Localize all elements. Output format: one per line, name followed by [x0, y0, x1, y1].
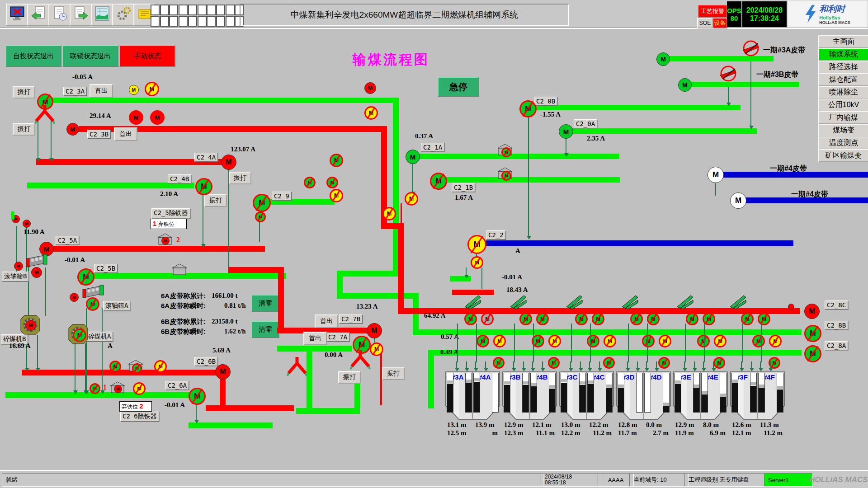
gate-row1-4[interactable]: M [575, 313, 588, 325]
gate-row3-4[interactable]: M [713, 357, 725, 369]
device-label-C2_0A[interactable]: C2_0A [574, 119, 597, 128]
gate-row2-5[interactable]: M [604, 335, 616, 347]
sidebar-item-coal-conveying[interactable]: 输煤系统 [818, 48, 868, 61]
emergency-stop-button[interactable]: 急停 [438, 77, 479, 97]
sidebar-item-bunker-config[interactable]: 煤仓配置 [818, 73, 868, 86]
motor-C2_7B[interactable]: M [367, 323, 382, 338]
device-label-C2_1B[interactable]: C2_1B [452, 183, 475, 192]
gate-row2-1[interactable]: M [493, 335, 506, 347]
motor-C2_6B[interactable]: M [215, 364, 231, 380]
motor-C2_8A[interactable]: M [804, 345, 821, 362]
device-label-C2_2[interactable]: C2_2 [486, 230, 506, 239]
plow-diverter-icon-5[interactable] [729, 294, 747, 311]
motor-C2_2[interactable]: M [467, 235, 486, 254]
motor-crusher-a[interactable]: M [73, 328, 86, 342]
alarm-indicator-box[interactable] [207, 16, 216, 27]
sidebar-item-temperature-points[interactable]: 温度测点 [818, 136, 868, 150]
alarm-indicator-box[interactable] [198, 16, 207, 27]
valve-C2_2[interactable]: M [471, 256, 483, 269]
alarm-indicator-box[interactable] [151, 16, 160, 27]
scale-6b-clear-button[interactable]: 清零 [251, 321, 279, 338]
motor-phase1-3A[interactable]: M [656, 52, 670, 66]
motor-C2_0A[interactable]: M [559, 124, 573, 139]
alarm-indicator-box[interactable] [179, 5, 188, 15]
gate-row1-6[interactable]: M [630, 313, 643, 325]
gate-row3-2[interactable]: M [603, 357, 615, 369]
motor-roller-a-aux1[interactable]: M [70, 293, 79, 302]
motor-C2_1B[interactable]: M [430, 173, 447, 190]
gate-row1-8[interactable]: M [686, 313, 698, 325]
motor-C2_0B[interactable]: M [519, 100, 537, 117]
motor-phase1-4B[interactable]: M [730, 192, 746, 209]
toolbar-button-map[interactable] [91, 4, 113, 26]
sidebar-item-common-10kv[interactable]: 公用10kV [818, 99, 868, 112]
device-label-C2_8C[interactable]: C2_8C [825, 300, 848, 310]
gate-C2_6B-2[interactable]: M [154, 360, 167, 373]
alarm-indicator-box[interactable] [216, 16, 225, 27]
roller-screen-a-icon[interactable] [81, 285, 105, 301]
sidebar-item-coalyard-transformer[interactable]: 煤场变 [818, 124, 868, 137]
mode-button-0[interactable]: 自投状态退出 [5, 45, 61, 67]
gate-C2_6A-1[interactable]: M [90, 383, 100, 394]
device-label-roller_a[interactable]: 滚轴筛A [103, 301, 130, 311]
gate-row1-1[interactable]: M [481, 313, 494, 325]
motor-C2_9[interactable]: M [253, 194, 271, 212]
status-server[interactable]: Server1 [764, 473, 813, 487]
device-label-C2_3B[interactable]: C2_3B [87, 130, 111, 139]
gate-row3-1[interactable]: M [548, 357, 560, 369]
motor-C2_1A[interactable]: M [406, 150, 420, 164]
discard-house-2-motor[interactable]: M [161, 237, 170, 245]
vibrate-button-3[interactable]: 振打 [204, 194, 227, 207]
device-label-C2_9[interactable]: C2_9 [272, 192, 292, 201]
sidebar-item-mine-conveying-transformer[interactable]: 矿区输煤变 [818, 149, 868, 162]
device-label-C2_6B[interactable]: C2_6B [194, 357, 218, 366]
gate-row3-3[interactable]: M [658, 357, 670, 369]
motor-phase1-3B[interactable]: M [678, 78, 692, 92]
motor-aux-yellow[interactable]: M [129, 85, 139, 95]
vibrate-button-1[interactable]: 振打 [13, 123, 35, 136]
device-label-C2_1A[interactable]: C2_1A [421, 143, 444, 152]
vibrate-button-5[interactable]: 振打 [382, 367, 405, 380]
device-alarm-button[interactable]: 设备 [712, 18, 727, 28]
sidebar-item-plant-conveying[interactable]: 厂内输煤 [818, 111, 868, 124]
valve-center-top[interactable]: M [364, 106, 378, 120]
sidebar-item-path-select[interactable]: 路径选择 [818, 61, 868, 74]
motor-C2_3B[interactable]: M [66, 123, 79, 136]
alarm-indicator-box[interactable] [207, 5, 216, 15]
first-out-button-1[interactable]: 首出 [114, 127, 137, 141]
motor-C2_5B[interactable]: M [77, 268, 94, 286]
plow-diverter-icon-4[interactable] [676, 294, 694, 311]
plow-diverter-icon-3[interactable] [621, 294, 639, 311]
mode-button-1[interactable]: 联锁状态退出 [62, 45, 118, 67]
gate-house-C2_6B-motor[interactable]: M [132, 363, 142, 373]
first-out-button-0[interactable]: 首出 [90, 84, 113, 98]
plow-diverter-icon-1[interactable] [509, 294, 528, 311]
toolbar-button-page-forward[interactable] [70, 4, 92, 26]
motor-aux-red-1[interactable]: M [129, 110, 143, 125]
sidebar-item-main-screen[interactable]: 主画面 [818, 35, 868, 48]
gate-row2-7[interactable]: M [659, 335, 671, 347]
motor-crusher-b[interactable]: M [25, 320, 36, 331]
gate-row2-6[interactable]: M [642, 335, 655, 347]
motor-center-top[interactable]: M [364, 82, 376, 94]
motor-C2_9-aux[interactable]: M [255, 211, 266, 222]
motor-roller-b-aux1[interactable]: M [14, 262, 23, 271]
alarm-indicator-box[interactable] [169, 16, 178, 27]
device-label-c2_5_detector[interactable]: C2_5除铁器 [151, 208, 190, 218]
flap-gate-icon-3B[interactable] [718, 65, 739, 84]
alarm-indicator-box[interactable] [169, 5, 178, 15]
alarm-indicator-box[interactable] [151, 5, 160, 15]
motor-C2_8C[interactable]: M [804, 304, 820, 319]
device-label-C2_4B[interactable]: C2_4B [168, 174, 191, 183]
gate-C2_6A-2[interactable]: M [133, 382, 146, 395]
gate-upper-2[interactable]: M [326, 177, 338, 188]
flap-gate-icon-3A[interactable] [741, 40, 761, 59]
soe-button[interactable]: SOE [697, 18, 713, 28]
valve-C2_1A[interactable]: M [405, 192, 418, 206]
gate-row3-0[interactable]: M [493, 357, 505, 369]
gate-row1-0[interactable]: M [464, 313, 477, 325]
device-label-C2_4A[interactable]: C2_4A [194, 153, 218, 162]
motor-C2_4A[interactable]: M [221, 155, 236, 170]
gate-row1-3[interactable]: M [536, 313, 549, 325]
gate-row2-8[interactable]: M [697, 335, 710, 347]
